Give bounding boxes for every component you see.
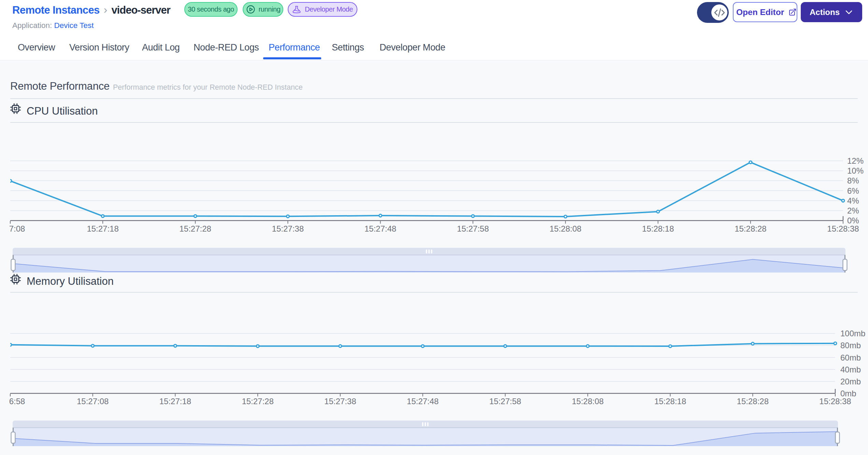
svg-text:60mb: 60mb	[840, 353, 861, 362]
svg-text:15:28:38: 15:28:38	[819, 397, 851, 406]
svg-text:15:27:28: 15:27:28	[180, 224, 211, 233]
svg-text:4%: 4%	[847, 196, 859, 205]
svg-text:7:08: 7:08	[9, 224, 25, 233]
svg-text:15:27:48: 15:27:48	[407, 397, 439, 406]
svg-text:0mb: 0mb	[840, 389, 856, 398]
svg-text:12%: 12%	[847, 156, 864, 165]
svg-text:15:28:28: 15:28:28	[735, 224, 766, 233]
svg-text:2%: 2%	[847, 206, 859, 215]
svg-text:20mb: 20mb	[840, 377, 861, 386]
svg-text:40mb: 40mb	[840, 365, 861, 374]
svg-text:15:28:08: 15:28:08	[550, 224, 581, 233]
svg-text:10%: 10%	[847, 166, 864, 175]
svg-text:15:27:48: 15:27:48	[365, 224, 396, 233]
svg-text:80mb: 80mb	[840, 341, 861, 350]
svg-text:100mb: 100mb	[840, 329, 865, 338]
svg-text:15:27:18: 15:27:18	[87, 224, 118, 233]
svg-text:6%: 6%	[847, 186, 859, 195]
svg-text:15:28:18: 15:28:18	[654, 397, 686, 406]
svg-text:15:27:58: 15:27:58	[489, 397, 521, 406]
svg-text:15:28:08: 15:28:08	[572, 397, 603, 406]
svg-text:15:27:08: 15:27:08	[77, 397, 109, 406]
svg-text:15:27:28: 15:27:28	[242, 397, 273, 406]
svg-text:15:28:38: 15:28:38	[827, 224, 859, 233]
svg-text:6:58: 6:58	[9, 397, 25, 406]
svg-text:15:27:58: 15:27:58	[457, 224, 489, 233]
svg-text:15:28:18: 15:28:18	[642, 224, 674, 233]
svg-text:15:27:38: 15:27:38	[272, 224, 304, 233]
svg-text:8%: 8%	[847, 176, 859, 185]
svg-text:0%: 0%	[847, 216, 859, 225]
svg-text:15:28:28: 15:28:28	[737, 397, 769, 406]
svg-text:15:27:38: 15:27:38	[324, 397, 356, 406]
svg-text:15:27:18: 15:27:18	[159, 397, 191, 406]
